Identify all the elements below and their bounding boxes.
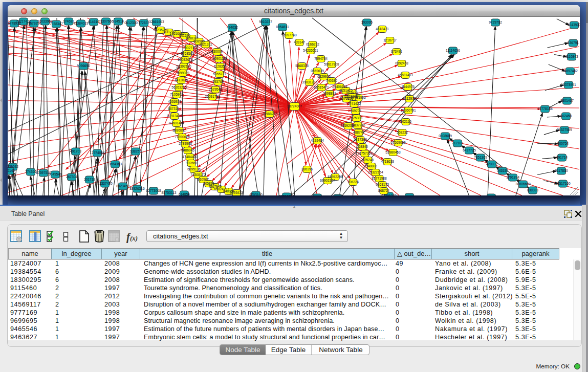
svg-text:793764: 793764 <box>212 80 224 83</box>
svg-text:7851369: 7851369 <box>474 156 487 159</box>
svg-text:42592104: 42592104 <box>340 124 356 127</box>
svg-text:0741422: 0741422 <box>347 102 361 105</box>
svg-text:201718: 201718 <box>84 178 95 181</box>
svg-text:5368315: 5368315 <box>295 64 309 68</box>
svg-text:938257: 938257 <box>130 149 141 153</box>
svg-text:709705: 709705 <box>350 109 361 113</box>
svg-text:7105903: 7105903 <box>170 93 183 96</box>
svg-text:5817360: 5817360 <box>354 138 367 141</box>
svg-text:21527589: 21527589 <box>557 128 572 132</box>
svg-text:2117850: 2117850 <box>555 169 568 172</box>
svg-text:267304: 267304 <box>66 175 77 179</box>
svg-text:7994784: 7994784 <box>314 57 328 60</box>
svg-text:1216717: 1216717 <box>383 38 397 42</box>
svg-text:9096690: 9096690 <box>77 64 90 68</box>
svg-text:9993433: 9993433 <box>230 191 243 194</box>
svg-text:17974054: 17974054 <box>90 151 105 155</box>
svg-text:4192484: 4192484 <box>311 139 324 142</box>
svg-text:772837: 772837 <box>138 21 149 25</box>
svg-text:687316: 687316 <box>168 107 179 111</box>
svg-text:0166232: 0166232 <box>306 42 319 46</box>
svg-text:439147: 439147 <box>294 40 305 44</box>
svg-text:11114656: 11114656 <box>446 49 460 52</box>
svg-text:910967: 910967 <box>198 178 209 181</box>
svg-text:3301467: 3301467 <box>560 99 574 102</box>
svg-text:0363173: 0363173 <box>376 183 389 186</box>
svg-text:868724: 868724 <box>378 189 389 192</box>
svg-text:2789906: 2789906 <box>179 142 192 145</box>
svg-text:614854: 614854 <box>179 192 190 195</box>
svg-text:045539: 045539 <box>497 169 508 172</box>
svg-text:625248: 625248 <box>362 158 374 162</box>
svg-text:0954611: 0954611 <box>276 25 289 29</box>
svg-text:8886891: 8886891 <box>172 128 186 132</box>
svg-text:0808689: 0808689 <box>439 134 452 138</box>
svg-text:948802: 948802 <box>366 164 377 168</box>
svg-text:836791: 836791 <box>568 41 579 45</box>
svg-text:9049549: 9049549 <box>49 172 62 176</box>
svg-text:614610: 614610 <box>88 20 99 24</box>
svg-text:4718638: 4718638 <box>381 160 394 163</box>
svg-text:2529548: 2529548 <box>209 87 222 91</box>
svg-text:568232: 568232 <box>397 130 408 134</box>
svg-text:56392180: 56392180 <box>176 64 191 68</box>
svg-text:39031237: 39031237 <box>302 80 317 84</box>
svg-text:05810758: 05810758 <box>279 194 294 195</box>
svg-text:9910237: 9910237 <box>259 20 272 24</box>
svg-text:774366: 774366 <box>25 170 36 173</box>
svg-text:67569069: 67569069 <box>390 141 406 144</box>
svg-text:85753113: 85753113 <box>162 191 177 194</box>
svg-text:71890626: 71890626 <box>175 135 190 139</box>
svg-text:45384019: 45384019 <box>73 21 89 25</box>
svg-text:838383: 838383 <box>527 188 538 192</box>
svg-text:64697482: 64697482 <box>562 69 578 73</box>
svg-text:53952298: 53952298 <box>328 175 343 179</box>
svg-text:3564363: 3564363 <box>108 162 122 166</box>
svg-text:268840: 268840 <box>357 145 368 148</box>
svg-text:4536928: 4536928 <box>168 100 181 103</box>
svg-text:48288844: 48288844 <box>402 195 417 195</box>
svg-text:934514: 934514 <box>113 19 124 23</box>
svg-text:56263215: 56263215 <box>171 85 187 89</box>
svg-text:51337420: 51337420 <box>97 182 113 185</box>
svg-text:393095: 393095 <box>361 20 373 24</box>
svg-text:69902367: 69902367 <box>320 179 335 182</box>
svg-text:1902711: 1902711 <box>183 46 196 50</box>
svg-text:002458: 002458 <box>560 114 572 118</box>
svg-text:65515471: 65515471 <box>314 85 329 89</box>
svg-text:021633: 021633 <box>346 91 358 95</box>
svg-text:38606689: 38606689 <box>515 182 531 186</box>
svg-text:0392468: 0392468 <box>395 61 408 65</box>
svg-text:902660: 902660 <box>186 161 197 165</box>
svg-text:32661663: 32661663 <box>149 20 164 24</box>
svg-text:488747: 488747 <box>353 130 364 134</box>
svg-text:7938347: 7938347 <box>50 22 63 26</box>
svg-text:174681: 174681 <box>63 19 74 23</box>
svg-text:03307666: 03307666 <box>98 19 114 23</box>
svg-text:88926316: 88926316 <box>129 187 145 190</box>
svg-text:2243933: 2243933 <box>568 23 580 27</box>
svg-text:50617808: 50617808 <box>324 62 339 66</box>
svg-text:2398881: 2398881 <box>323 92 336 95</box>
svg-text:673491: 673491 <box>391 50 402 53</box>
svg-text:6829922: 6829922 <box>317 75 331 78</box>
svg-text:706224: 706224 <box>347 180 359 184</box>
svg-text:50032675: 50032675 <box>178 58 193 61</box>
svg-text:53980453: 53980453 <box>385 150 401 154</box>
svg-text:712187: 712187 <box>452 141 463 145</box>
svg-text:091714: 091714 <box>556 156 568 159</box>
svg-text:16997740: 16997740 <box>281 33 297 37</box>
svg-text:4618471: 4618471 <box>376 27 389 31</box>
svg-text:302166: 302166 <box>400 120 411 123</box>
svg-text:47484400: 47484400 <box>182 155 198 159</box>
svg-text:35988293: 35988293 <box>262 112 277 116</box>
svg-text:8023458: 8023458 <box>116 184 129 188</box>
svg-text:74308172: 74308172 <box>190 173 206 177</box>
svg-text:286196: 286196 <box>301 167 313 171</box>
svg-text:325393: 325393 <box>351 116 362 120</box>
svg-text:1791894: 1791894 <box>506 176 519 179</box>
svg-text:25517160: 25517160 <box>555 182 571 185</box>
svg-text:54235551: 54235551 <box>303 49 318 52</box>
svg-text:900754: 900754 <box>557 142 569 145</box>
svg-text:01913476: 01913476 <box>167 114 182 118</box>
